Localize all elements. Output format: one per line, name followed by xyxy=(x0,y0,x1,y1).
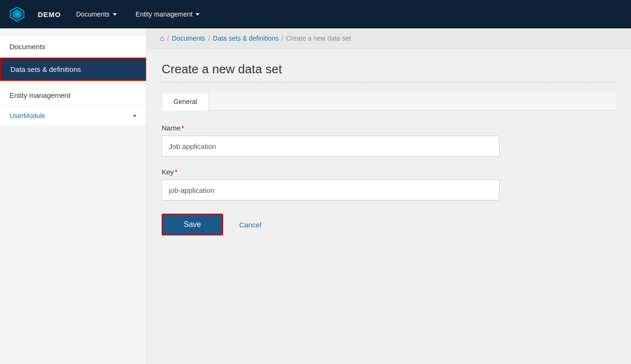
top-navigation: DEMO Documents Entity management xyxy=(0,0,631,28)
breadcrumb: ⌂ / Documents / Data sets & definitions … xyxy=(147,28,631,49)
chevron-down-icon xyxy=(113,13,117,16)
main-content: ⌂ / Documents / Data sets & definitions … xyxy=(147,28,631,364)
page-title: Create a new data set xyxy=(162,62,616,83)
key-input[interactable] xyxy=(162,180,500,200)
sidebar: Documents Data sets & definitions Entity… xyxy=(0,28,147,364)
brand-name: DEMO xyxy=(38,10,61,18)
sidebar-section-entity: Entity management UserModule xyxy=(0,85,146,125)
cancel-button[interactable]: Cancel xyxy=(232,215,269,234)
logo[interactable] xyxy=(8,5,26,24)
save-button[interactable]: Save xyxy=(162,214,223,235)
sidebar-item-usermodule[interactable]: UserModule xyxy=(0,106,146,125)
name-label: Name* xyxy=(162,124,616,132)
key-label: Key* xyxy=(162,168,616,176)
form-group-key: Key* xyxy=(162,168,616,200)
main-layout: Documents Data sets & definitions Entity… xyxy=(0,28,631,364)
tabs-bar: General xyxy=(162,92,616,111)
nav-documents[interactable]: Documents xyxy=(72,8,121,21)
content-inner: Create a new data set General Name* Key* xyxy=(147,49,631,249)
sidebar-item-entity-management[interactable]: Entity management xyxy=(0,85,146,106)
breadcrumb-current: Create a new data set xyxy=(286,35,351,42)
sidebar-section-documents: Documents Data sets & definitions xyxy=(0,36,146,81)
breadcrumb-home-icon[interactable]: ⌂ xyxy=(160,34,164,43)
chevron-down-icon xyxy=(196,13,199,16)
form-group-name: Name* xyxy=(162,124,616,156)
tab-general[interactable]: General xyxy=(162,93,209,111)
sidebar-item-documents[interactable]: Documents xyxy=(0,36,146,58)
breadcrumb-documents[interactable]: Documents xyxy=(172,35,206,42)
sidebar-item-datasets[interactable]: Data sets & definitions xyxy=(0,58,146,81)
name-input[interactable] xyxy=(162,136,500,156)
buttons-row: Save Cancel xyxy=(162,214,616,235)
nav-entity-management[interactable]: Entity management xyxy=(132,8,204,21)
chevron-down-icon xyxy=(133,115,137,117)
breadcrumb-datasets[interactable]: Data sets & definitions xyxy=(213,35,278,42)
